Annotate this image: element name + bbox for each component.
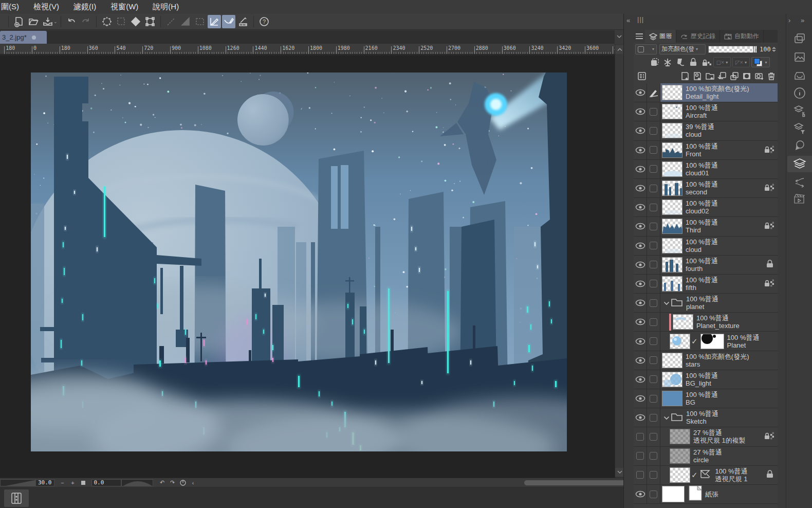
layer-row-Aircraft[interactable]: 100 %普通Aircraft [634, 102, 778, 121]
layer-row-fourth[interactable]: 100 %普通fourth [634, 256, 778, 275]
layer-visibility-toggle[interactable] [634, 427, 647, 446]
layer-thumbnail[interactable] [662, 219, 682, 234]
layer-row-content[interactable]: 100 %普通fourth [660, 256, 778, 274]
layer-select-checkbox[interactable] [647, 198, 660, 216]
rotation-slider[interactable] [121, 479, 153, 486]
layer-row-content[interactable]: 27 %普通透視尺規 1的複製 [660, 427, 778, 446]
layer-visibility-eye[interactable] [634, 485, 647, 503]
layer-row-content[interactable]: 紙張 [660, 485, 778, 503]
layer-row-content[interactable]: 100 %加亮顏色(發光)Detail_light [660, 83, 778, 102]
layer-thumbnail[interactable] [673, 314, 693, 330]
layer-row-second[interactable]: 100 %普通second [634, 179, 778, 198]
snap-to-special-ruler-button[interactable] [222, 15, 235, 28]
layer-row-Planet[interactable]: ✓100 %普通Planet [634, 332, 778, 351]
dock-tab-layers[interactable] [787, 156, 812, 172]
layer-row-stars[interactable]: 100 %加亮顏色(發光)stars [634, 351, 778, 370]
layer-row-content[interactable]: 100 %普通cloud [660, 237, 778, 255]
layer-thumbnail[interactable] [662, 257, 682, 273]
apply-mask-button[interactable] [753, 70, 765, 82]
menu-item-0[interactable]: 圍(S) [0, 2, 26, 12]
collapse-nav-button[interactable]: ‹ [188, 479, 198, 487]
save-button[interactable] [41, 15, 54, 28]
layer-thumbnail[interactable] [662, 238, 682, 253]
layer-palette-button[interactable] [636, 70, 648, 82]
layer-thumbnail[interactable] [670, 467, 690, 483]
snap-marquee-button[interactable] [193, 15, 207, 28]
layer-select-checkbox[interactable] [647, 351, 660, 370]
layer-row-content[interactable]: ✓100 %普通透視尺規 1 [660, 466, 778, 484]
layer-thumbnail[interactable] [662, 276, 682, 292]
layer-select-checkbox[interactable] [647, 485, 660, 503]
help-button[interactable]: ? [257, 15, 271, 28]
blend-mode-dropdown[interactable]: 加亮顏色(發▾ [659, 44, 706, 55]
layer-visibility-eye[interactable] [634, 102, 647, 121]
layer-row-content[interactable]: 100 %普通planet [660, 294, 778, 312]
layer-row-cloud02[interactable]: 100 %普通cloud02 [634, 198, 778, 217]
mask-range-dropdown[interactable]: ◸×▾ [732, 57, 750, 67]
layer-row-content[interactable]: 27 %普通circle [660, 447, 778, 465]
lock-transparent-pixels-button[interactable] [700, 57, 712, 68]
opacity-spinner[interactable]: 100 [760, 46, 776, 53]
create-mask-button[interactable] [741, 70, 753, 82]
layer-row-content[interactable]: 100 %普通Third [660, 217, 778, 235]
layer-select-checkbox[interactable] [647, 332, 660, 350]
layer-row-BG[interactable]: 100 %普通BG [634, 389, 778, 408]
ruler-range-dropdown[interactable]: ◻×▾ [713, 57, 731, 67]
new-canvas-button[interactable] [12, 15, 26, 28]
layer-select-checkbox[interactable] [647, 179, 660, 197]
dock-tab-history[interactable] [789, 174, 810, 191]
layer-select-checkbox[interactable] [647, 408, 660, 427]
layer-select-checkbox[interactable] [647, 256, 660, 274]
merge-to-lower-button[interactable] [728, 70, 741, 82]
tab-layers[interactable]: 圖層 [645, 30, 676, 43]
layer-row-content[interactable]: 39 %普通cloud [660, 121, 778, 140]
zoom-out-button[interactable]: − [58, 479, 68, 487]
folder-expand-chevron[interactable] [663, 413, 670, 422]
layer-select-checkbox[interactable] [647, 370, 660, 389]
paper-thumbnail[interactable] [662, 486, 685, 502]
layer-search-button[interactable] [789, 120, 810, 136]
layer-thumbnail[interactable] [662, 353, 682, 368]
opacity-slider[interactable] [708, 46, 757, 53]
layer-select-checkbox[interactable] [647, 275, 660, 293]
scroll-down-button[interactable] [615, 468, 624, 477]
layer-row-content[interactable]: 100 %普通cloud01 [660, 160, 778, 178]
layer-select-checkbox[interactable] [647, 237, 660, 255]
layer-thumbnail[interactable] [662, 123, 682, 138]
layer-row-content[interactable]: 100 %普通second [660, 179, 778, 197]
canvas-workspace[interactable] [0, 55, 615, 478]
layer-row-fifth[interactable]: 100 %普通fifth [634, 275, 778, 294]
layer-thumbnail[interactable] [662, 180, 682, 196]
collapse-dock-button[interactable]: « [626, 16, 630, 24]
layer-color-dropdown[interactable]: ▾ [751, 57, 770, 67]
layer-visibility-eye[interactable] [634, 294, 647, 312]
sub-view-button[interactable] [789, 67, 810, 84]
layer-row-透視尺規-1[interactable]: ✓100 %普通透視尺規 1 [634, 466, 778, 485]
layer-visibility-eye[interactable] [634, 313, 647, 331]
information-button[interactable] [789, 85, 810, 101]
layer-visibility-eye[interactable] [634, 198, 647, 216]
canvas-artwork[interactable] [31, 72, 567, 451]
layer-row-BG_light[interactable]: 100 %普通BG_light [634, 370, 778, 389]
vertical-scrollbar[interactable] [615, 44, 623, 478]
zoom-slider[interactable] [0, 479, 36, 486]
transfer-to-lower-button[interactable] [716, 70, 728, 82]
layer-row-cloud[interactable]: 39 %普通cloud [634, 121, 778, 140]
clip-at-layer-below-button[interactable] [649, 57, 660, 68]
rotate-right-button[interactable]: ↷ [168, 479, 178, 487]
snap-line-button[interactable] [164, 15, 178, 28]
layer-row-Detail_light[interactable]: 100 %加亮顏色(發光)Detail_light [634, 83, 778, 102]
scroll-up-button[interactable] [615, 45, 624, 54]
layer-row-content[interactable]: ✓100 %普通Planet [660, 332, 778, 350]
layer-thumbnail[interactable] [662, 142, 682, 158]
layer-row-content[interactable]: 100 %普通BG [660, 389, 778, 408]
layer-visibility-eye[interactable] [634, 351, 647, 370]
dock-drag-handle[interactable]: ||| [637, 15, 644, 23]
layer-row-content[interactable]: 100 %普通cloud02 [660, 198, 778, 216]
layer-select-checkbox[interactable] [647, 217, 660, 235]
layer-visibility-eye[interactable] [634, 408, 647, 427]
layer-row-Front[interactable]: 100 %普通Front [634, 141, 778, 160]
rotation-value[interactable]: 0.0 [91, 479, 121, 486]
menu-item-3[interactable]: 視窗(W) [103, 2, 145, 12]
horizontal-scrollbar[interactable] [200, 479, 614, 486]
